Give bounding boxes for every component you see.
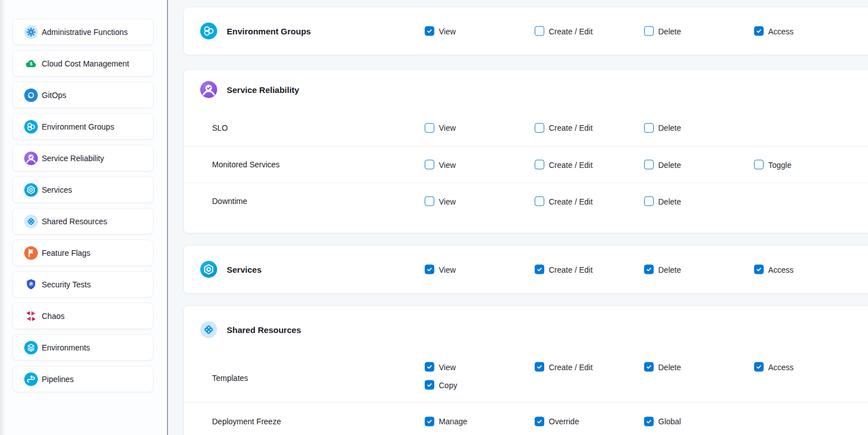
resource-label: Monitored Services bbox=[212, 160, 280, 169]
permission-card-service-reliability: Service Reliability SLO View Create / Ed… bbox=[183, 69, 868, 233]
shared-resources-icon bbox=[200, 321, 217, 338]
sidebar-item-feature-flags[interactable]: Feature Flags bbox=[12, 239, 153, 266]
resource-row-templates: Templates View Create / Edit Delete Acce… bbox=[184, 353, 868, 402]
create-edit-label: Create / Edit bbox=[549, 123, 593, 132]
service-reliability-icon bbox=[24, 152, 38, 165]
create-edit-checkbox[interactable] bbox=[535, 160, 544, 170]
view-checkbox[interactable] bbox=[425, 160, 434, 170]
sidebar-item-label: Services bbox=[42, 185, 72, 194]
view-label: View bbox=[439, 197, 456, 206]
create-edit-checkbox[interactable] bbox=[535, 265, 544, 274]
view-label: View bbox=[439, 160, 456, 169]
card-title: Service Reliability bbox=[227, 85, 299, 95]
manage-checkbox[interactable] bbox=[425, 416, 434, 426]
view-label: View bbox=[439, 265, 456, 274]
sidebar-item-services[interactable]: Services bbox=[12, 176, 153, 203]
permission-card-environment-groups: Environment Groups View Create / Edit De… bbox=[183, 7, 868, 55]
create-edit-checkbox[interactable] bbox=[535, 197, 544, 206]
permission-card-services: Services View Create / Edit Delete Acces… bbox=[183, 245, 868, 294]
environment-groups-icon bbox=[200, 23, 217, 39]
permission-override: Override bbox=[535, 416, 579, 426]
resource-label: SLO bbox=[212, 123, 228, 132]
global-checkbox[interactable] bbox=[644, 416, 654, 426]
delete-checkbox[interactable] bbox=[644, 362, 654, 372]
delete-checkbox[interactable] bbox=[644, 265, 654, 274]
delete-checkbox[interactable] bbox=[644, 160, 654, 170]
resource-row-deployment-freeze: Deployment Freeze Manage Override Global bbox=[184, 402, 868, 435]
toggle-checkbox[interactable] bbox=[754, 160, 764, 170]
manage-label: Manage bbox=[439, 417, 468, 426]
permission-create-edit: Create / Edit bbox=[535, 123, 593, 132]
environment-groups-icon bbox=[24, 120, 38, 134]
services-icon bbox=[200, 261, 217, 278]
delete-checkbox[interactable] bbox=[644, 123, 654, 132]
gitops-icon bbox=[24, 88, 38, 102]
access-checkbox[interactable] bbox=[754, 265, 764, 274]
view-checkbox[interactable] bbox=[425, 197, 434, 206]
sidebar-item-environments[interactable]: Environments bbox=[12, 334, 153, 361]
create-edit-checkbox[interactable] bbox=[535, 362, 544, 372]
permission-view: View bbox=[425, 265, 456, 274]
cloud-dollar-icon bbox=[24, 57, 38, 70]
permission-create-edit: Create / Edit bbox=[535, 197, 593, 206]
create-edit-checkbox[interactable] bbox=[535, 123, 544, 132]
sidebar-item-shared-resources[interactable]: Shared Resources bbox=[12, 208, 153, 234]
sidebar-item-label: Feature Flags bbox=[42, 248, 90, 258]
sidebar-item-pipelines[interactable]: Pipelines bbox=[12, 366, 153, 392]
sidebar-item-security-tests[interactable]: Security Tests bbox=[12, 271, 153, 298]
permission-manage: Manage bbox=[425, 416, 468, 426]
delete-label: Delete bbox=[658, 123, 681, 132]
gear-icon bbox=[24, 25, 38, 39]
global-label: Global bbox=[658, 417, 681, 426]
override-checkbox[interactable] bbox=[535, 416, 544, 426]
view-checkbox[interactable] bbox=[425, 123, 434, 132]
access-label: Access bbox=[768, 265, 794, 274]
sidebar-item-label: Security Tests bbox=[42, 280, 91, 289]
permission-card-shared-resources: Shared Resources Templates View Create /… bbox=[183, 305, 868, 435]
delete-checkbox[interactable] bbox=[644, 197, 654, 206]
delete-checkbox[interactable] bbox=[644, 26, 654, 36]
permission-create-edit: Create / Edit bbox=[535, 362, 593, 372]
create-edit-label: Create / Edit bbox=[549, 26, 593, 35]
card-title: Shared Resources bbox=[227, 325, 301, 335]
environments-icon bbox=[24, 341, 38, 354]
view-label: View bbox=[439, 362, 456, 371]
create-edit-checkbox[interactable] bbox=[535, 26, 544, 36]
permission-delete: Delete bbox=[644, 123, 681, 132]
sidebar-item-chaos[interactable]: Chaos bbox=[12, 303, 153, 329]
permission-delete: Delete bbox=[644, 362, 681, 372]
access-checkbox[interactable] bbox=[754, 26, 764, 36]
access-checkbox[interactable] bbox=[754, 362, 764, 372]
permission-view: View bbox=[425, 197, 456, 206]
sidebar-item-environment-groups[interactable]: Environment Groups bbox=[12, 113, 153, 140]
view-checkbox[interactable] bbox=[425, 362, 434, 372]
sidebar-item-gitops[interactable]: GitOps bbox=[12, 82, 153, 108]
view-checkbox[interactable] bbox=[425, 26, 434, 36]
permission-view: View bbox=[425, 26, 456, 36]
pipelines-icon bbox=[24, 372, 38, 386]
copy-checkbox[interactable] bbox=[425, 380, 434, 390]
sidebar-item-label: Environments bbox=[42, 343, 90, 352]
create-edit-label: Create / Edit bbox=[549, 265, 593, 274]
sidebar-item-service-reliability[interactable]: Service Reliability bbox=[12, 145, 153, 171]
permission-create-edit: Create / Edit bbox=[535, 265, 593, 274]
permission-delete: Delete bbox=[644, 160, 681, 170]
permission-delete: Delete bbox=[644, 26, 681, 36]
service-reliability-icon bbox=[200, 81, 217, 98]
feature-flag-icon bbox=[24, 246, 38, 260]
sidebar-item-administrative-functions[interactable]: Administrative Functions bbox=[12, 19, 153, 45]
card-title: Services bbox=[227, 265, 262, 274]
permission-delete: Delete bbox=[644, 197, 681, 206]
sidebar-item-label: Service Reliability bbox=[42, 154, 104, 163]
sidebar-item-cloud-cost-management[interactable]: Cloud Cost Management bbox=[12, 50, 153, 77]
security-shield-icon bbox=[24, 278, 38, 291]
view-checkbox[interactable] bbox=[425, 265, 434, 274]
permission-access: Access bbox=[754, 26, 794, 36]
sidebar-item-label: Environment Groups bbox=[42, 122, 114, 131]
delete-label: Delete bbox=[658, 362, 681, 371]
permission-access: Access bbox=[754, 265, 794, 274]
panel-resize-handle[interactable] bbox=[167, 0, 168, 435]
delete-label: Delete bbox=[658, 265, 681, 274]
create-edit-label: Create / Edit bbox=[549, 160, 593, 169]
resource-row-monitored-services: Monitored Services View Create / Edit De… bbox=[184, 146, 868, 183]
